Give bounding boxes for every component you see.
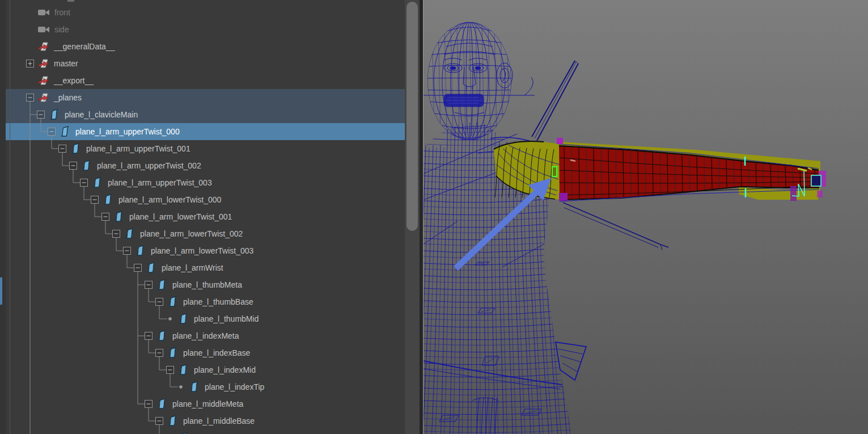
- tree-item-plane_l_arm_lowerTwist_002[interactable]: plane_l_arm_lowerTwist_002: [6, 225, 423, 242]
- tree-item-plane_l_arm_lowerTwist_000[interactable]: plane_l_arm_lowerTwist_000: [6, 191, 423, 208]
- tree-item-plane_l_arm_upperTwist_001[interactable]: plane_l_arm_upperTwist_001: [6, 140, 423, 157]
- plane-icon: [167, 415, 179, 427]
- tree-item-partial[interactable]: [6, 429, 423, 434]
- plane-icon: [134, 245, 146, 256]
- plane-icon: [177, 313, 189, 325]
- tree-item-label: plane_l_thumbBase: [183, 297, 253, 306]
- tree-item-plane_l_clavicleMain[interactable]: plane_l_clavicleMain: [6, 106, 423, 123]
- tree-item-label: front: [54, 8, 70, 17]
- green-vertex-marker: [552, 167, 557, 176]
- tree-item-plane_l_arm_lowerTwist_003[interactable]: plane_l_arm_lowerTwist_003: [6, 242, 423, 259]
- collapse-box[interactable]: [134, 264, 142, 272]
- plane-icon: [177, 364, 189, 376]
- collapse-box[interactable]: [48, 128, 56, 136]
- clipped-row-fragment: [67, 0, 74, 2]
- plane-icon: [156, 279, 168, 290]
- collapse-box[interactable]: [59, 145, 66, 153]
- collapse-box[interactable]: [145, 332, 153, 340]
- tree-item-plane_l_thumbBase[interactable]: plane_l_thumbBase: [6, 293, 423, 310]
- outliner-rows: frontside__generalData__master__export__…: [0, 0, 423, 434]
- tree-item-label: plane_l_arm_upperTwist_003: [108, 178, 212, 187]
- tree-item-plane_l_indexTip[interactable]: plane_l_indexTip: [6, 378, 423, 395]
- plane-icon: [91, 177, 103, 188]
- tree-item-label: plane_l_thumbMeta: [172, 280, 242, 289]
- collapse-box[interactable]: [156, 349, 163, 357]
- tree-item-plane_l_arm_upperTwist_000[interactable]: plane_l_arm_upperTwist_000: [6, 123, 423, 140]
- tree-item-plane_l_indexBase[interactable]: plane_l_indexBase: [6, 344, 423, 361]
- collapse-box[interactable]: [37, 111, 45, 119]
- plane-icon: [113, 211, 125, 222]
- tree-item-plane_l_arm_upperTwist_003[interactable]: plane_l_arm_upperTwist_003: [6, 174, 423, 191]
- plane-icon: [156, 330, 168, 342]
- panel-left-divider: [10, 0, 10, 434]
- transform-icon: [37, 41, 49, 52]
- plane-icon: [81, 160, 92, 171]
- tree-item-label: side: [54, 25, 69, 34]
- collapse-box[interactable]: [91, 196, 99, 204]
- camera-icon: [37, 26, 50, 33]
- tree-item-label: plane_l_arm_upperTwist_001: [86, 144, 190, 153]
- viewport-background: [424, 0, 868, 434]
- outliner-panel: frontside__generalData__master__export__…: [0, 0, 423, 434]
- tree-item-plane_l_middleBase[interactable]: plane_l_middleBase: [6, 412, 423, 429]
- collapse-box[interactable]: [27, 94, 34, 102]
- viewport-canvas[interactable]: [424, 0, 868, 434]
- tree-item-__generalData__[interactable]: __generalData__: [6, 38, 423, 55]
- tree-item-plane_l_arm_lowerTwist_001[interactable]: plane_l_arm_lowerTwist_001: [6, 208, 423, 225]
- plane-icon: [145, 262, 157, 273]
- tree-item-plane_l_armWrist[interactable]: plane_l_armWrist: [6, 259, 423, 276]
- tree-item-label: plane_l_arm_lowerTwist_002: [140, 229, 243, 238]
- outliner-scrollbar[interactable]: [405, 0, 420, 434]
- tree-item-label: plane_l_arm_lowerTwist_000: [118, 195, 221, 204]
- tree-item-label: _planes: [54, 93, 82, 102]
- collapse-box[interactable]: [145, 281, 153, 289]
- collapse-box[interactable]: [70, 162, 77, 170]
- tree-item-label: plane_l_arm_lowerTwist_001: [129, 212, 232, 221]
- tree-item-label: plane_l_middleBase: [183, 416, 255, 425]
- viewport-panel[interactable]: [423, 0, 868, 434]
- maya-window: frontside__generalData__master__export__…: [0, 0, 868, 434]
- collapse-box[interactable]: [156, 298, 163, 306]
- tree-item-label: master: [54, 59, 78, 68]
- tree-item-master[interactable]: master: [6, 55, 423, 72]
- tree-item-label: __export__: [54, 76, 94, 85]
- transform-icon: [37, 92, 49, 103]
- tree-item-plane_l_thumbMeta[interactable]: plane_l_thumbMeta: [6, 276, 423, 293]
- camera-icon: [37, 9, 50, 16]
- tree-item-label: plane_l_middleMeta: [172, 399, 243, 408]
- scrollbar-thumb[interactable]: [407, 2, 418, 231]
- plane-icon: [59, 126, 71, 137]
- tree-item-plane_l_middleMeta[interactable]: plane_l_middleMeta: [6, 395, 423, 412]
- collapse-box[interactable]: [102, 213, 109, 221]
- collapse-box[interactable]: [81, 179, 88, 187]
- plane-icon: [70, 143, 82, 154]
- adjacent-panel-fragment: [0, 277, 2, 305]
- tree-item-plane_l_indexMid[interactable]: plane_l_indexMid: [6, 361, 423, 378]
- tree-item-__export__[interactable]: __export__: [6, 72, 423, 89]
- tree-item-plane_l_arm_upperTwist_002[interactable]: plane_l_arm_upperTwist_002: [6, 157, 423, 174]
- tree-item-label: plane_l_indexMeta: [172, 331, 239, 340]
- tree-item-label: __generalData__: [54, 42, 115, 51]
- tree-item-label: plane_l_arm_upperTwist_000: [75, 127, 180, 136]
- transform-icon: [37, 75, 49, 86]
- tree-item-label: plane_l_indexBase: [183, 348, 250, 357]
- tree-item-label: plane_l_clavicleMain: [65, 110, 138, 119]
- expand-box[interactable]: [27, 60, 34, 68]
- tree-item-plane_l_thumbMid[interactable]: plane_l_thumbMid: [6, 310, 423, 327]
- plane-icon: [167, 296, 179, 307]
- tree-item-label: plane_l_arm_lowerTwist_003: [151, 246, 253, 255]
- collapse-box[interactable]: [156, 418, 163, 425]
- tree-item-label: plane_l_thumbMid: [194, 314, 259, 323]
- collapse-box[interactable]: [124, 247, 131, 255]
- panel-left-strip: [0, 0, 6, 434]
- collapse-box[interactable]: [113, 230, 120, 238]
- collapse-box[interactable]: [167, 366, 174, 374]
- collapse-box[interactable]: [145, 401, 153, 408]
- tree-item-side[interactable]: side: [6, 21, 423, 38]
- tree-item-front[interactable]: front: [6, 4, 423, 21]
- tree-item-label: plane_l_armWrist: [162, 263, 223, 272]
- plane-icon: [124, 228, 136, 239]
- plane-icon: [48, 109, 60, 120]
- tree-item-_planes[interactable]: _planes: [6, 89, 423, 106]
- tree-item-plane_l_indexMeta[interactable]: plane_l_indexMeta: [6, 327, 423, 344]
